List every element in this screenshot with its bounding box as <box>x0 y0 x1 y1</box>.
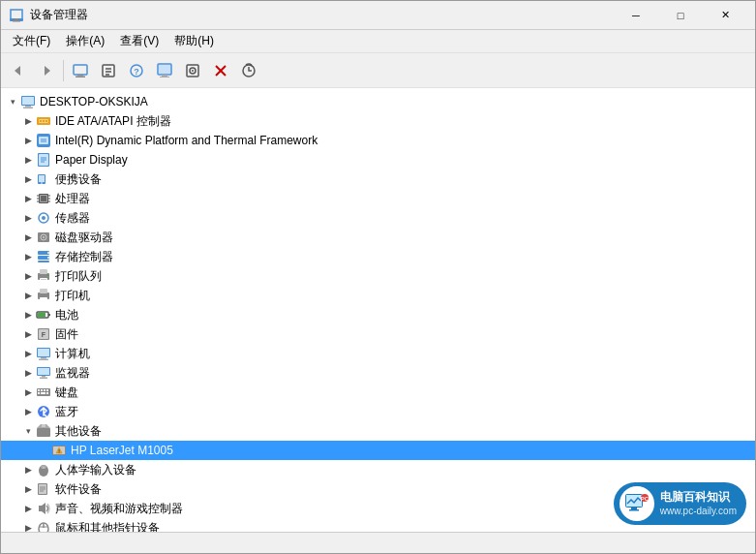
mouse-label: 鼠标和其他指针设备 <box>55 520 160 533</box>
update-button[interactable] <box>235 57 262 84</box>
paper-icon <box>36 152 51 168</box>
svg-rect-94 <box>41 392 45 394</box>
watermark-badge: PC 电脑百科知识 www.pc-daily.com <box>614 482 746 525</box>
show-computer-button[interactable] <box>67 57 94 84</box>
printer-label: 打印机 <box>55 288 90 304</box>
paper-label: Paper Display <box>55 153 128 167</box>
expand-monitor[interactable]: ▶ <box>20 365 36 381</box>
tree-item-bluetooth[interactable]: ▶ 蓝牙 <box>1 402 755 421</box>
svg-rect-18 <box>159 65 170 74</box>
expand-printer[interactable]: ▶ <box>20 288 36 303</box>
svg-rect-87 <box>40 378 47 380</box>
tree-item-ide[interactable]: ▶ IDE ATA/ATAPI 控制器 <box>1 111 755 131</box>
expand-battery[interactable]: ▶ <box>20 307 36 323</box>
expand-portable[interactable]: ▶ <box>20 171 36 187</box>
monitor-button[interactable] <box>151 57 178 84</box>
tree-item-firmware[interactable]: ▶ F 固件 <box>1 324 755 344</box>
other-label: 其他设备 <box>55 423 102 440</box>
expand-firmware[interactable]: ▶ <box>20 326 36 342</box>
tree-item-paper[interactable]: ▶ Paper Display <box>1 150 755 169</box>
expand-paper[interactable]: ▶ <box>20 152 36 168</box>
expand-mouse[interactable]: ▶ <box>20 520 36 532</box>
expand-storage[interactable]: ▶ <box>20 249 36 264</box>
svg-rect-0 <box>11 10 22 19</box>
tree-item-printqueue[interactable]: ▶ 打印队列 <box>1 266 755 286</box>
printer-icon <box>36 288 51 303</box>
device-tree[interactable]: ▾ DESKTOP-OKSKIJA ▶ <box>1 88 755 532</box>
tree-item-disk[interactable]: ▶ 磁盘驱动器 <box>1 228 755 247</box>
svg-rect-99 <box>42 424 45 427</box>
expand-ide[interactable]: ▶ <box>20 113 36 129</box>
device-manager-window: 设备管理器 ─ □ ✕ 文件(F) 操作(A) 查看(V) 帮助(H) <box>0 0 756 554</box>
other-icon <box>36 423 51 439</box>
svg-point-46 <box>41 182 43 184</box>
menu-help[interactable]: 帮助(H) <box>166 31 222 52</box>
expand-intel[interactable]: ▶ <box>20 133 36 148</box>
tree-root[interactable]: ▾ DESKTOP-OKSKIJA <box>1 92 755 111</box>
svg-rect-27 <box>22 97 34 105</box>
minimize-button[interactable]: ─ <box>614 1 658 30</box>
forward-button[interactable] <box>33 57 60 84</box>
svg-point-21 <box>192 70 194 72</box>
menu-action[interactable]: 操作(A) <box>58 31 112 52</box>
svg-rect-92 <box>46 389 48 391</box>
software-label: 软件设备 <box>55 481 102 498</box>
tree-item-other[interactable]: ▾ 其他设备 <box>1 421 755 441</box>
back-button[interactable] <box>5 57 32 84</box>
computer-icon <box>20 94 36 109</box>
expand-hid[interactable]: ▶ <box>20 462 36 477</box>
expand-software[interactable]: ▶ <box>20 481 36 497</box>
menu-view[interactable]: 查看(V) <box>112 31 166 52</box>
tree-item-storage[interactable]: ▶ 存储控制器 <box>1 247 755 266</box>
uninstall-button[interactable] <box>207 57 234 84</box>
svg-rect-36 <box>39 137 48 144</box>
tree-item-battery[interactable]: ▶ 电池 <box>1 305 755 324</box>
expand-keyboard[interactable]: ▶ <box>20 385 36 400</box>
expand-sensor[interactable]: ▶ <box>20 210 36 226</box>
svg-point-60 <box>43 236 45 238</box>
menu-bar: 文件(F) 操作(A) 查看(V) 帮助(H) <box>1 30 755 53</box>
close-button[interactable]: ✕ <box>703 1 747 30</box>
svg-rect-82 <box>41 357 46 359</box>
tree-item-processor[interactable]: ▶ 处理器 <box>1 189 755 208</box>
expand-processor[interactable]: ▶ <box>20 191 36 206</box>
menu-file[interactable]: 文件(F) <box>5 31 58 52</box>
expand-computer[interactable]: ▶ <box>20 346 36 361</box>
svg-rect-119 <box>629 509 639 511</box>
tree-item-keyboard[interactable]: ▶ 键盘 <box>1 383 755 402</box>
storage-label: 存储控制器 <box>55 249 113 265</box>
tree-item-portable[interactable]: ▶ 便携设备 <box>1 169 755 189</box>
status-bar <box>1 532 755 553</box>
svg-rect-117 <box>626 495 642 507</box>
bluetooth-label: 蓝牙 <box>55 404 78 420</box>
expand-bluetooth[interactable]: ▶ <box>20 404 36 419</box>
expand-printqueue[interactable]: ▶ <box>20 268 36 284</box>
svg-rect-67 <box>40 269 47 274</box>
root-expand[interactable]: ▾ <box>5 94 20 109</box>
tree-item-monitor[interactable]: ▶ 监视器 <box>1 363 755 383</box>
help-button[interactable]: ? <box>123 57 150 84</box>
keyboard-icon <box>36 385 51 400</box>
expand-disk[interactable]: ▶ <box>20 230 36 245</box>
tree-item-hid[interactable]: ▶ 人体学输入设备 <box>1 460 755 479</box>
tree-item-computer[interactable]: ▶ 计算机 <box>1 344 755 363</box>
scan-button[interactable] <box>179 57 206 84</box>
hp-label: HP LaserJet M1005 <box>71 444 173 457</box>
expand-audio[interactable]: ▶ <box>20 501 36 516</box>
tree-item-sensor[interactable]: ▶ 传感器 <box>1 208 755 228</box>
audio-icon <box>36 501 51 516</box>
svg-rect-17 <box>160 77 169 77</box>
mouse-icon <box>36 520 51 532</box>
tree-item-printer[interactable]: ▶ 打印机 <box>1 286 755 305</box>
svg-rect-33 <box>43 120 45 122</box>
svg-point-65 <box>47 257 49 259</box>
properties-button[interactable] <box>95 57 122 84</box>
battery-label: 电池 <box>55 307 78 323</box>
svg-rect-16 <box>162 75 167 77</box>
maximize-button[interactable]: □ <box>658 1 703 30</box>
expand-other[interactable]: ▾ <box>20 423 36 439</box>
tree-item-intel[interactable]: ▶ Intel(R) Dynamic Platform and Thermal … <box>1 131 755 150</box>
portable-icon <box>36 171 51 187</box>
svg-text:PC: PC <box>641 496 650 502</box>
tree-item-hp[interactable]: ▶ ! HP LaserJet M1005 <box>1 441 755 460</box>
